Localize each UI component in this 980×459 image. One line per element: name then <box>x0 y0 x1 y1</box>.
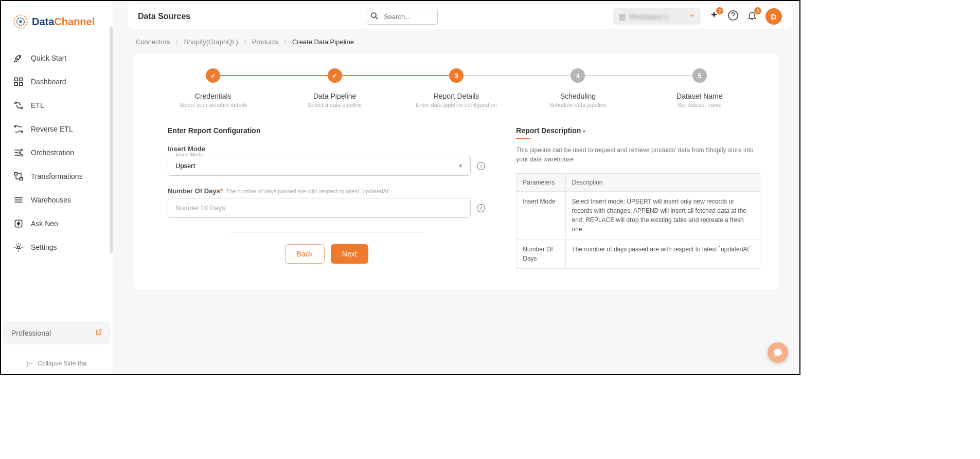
table-row: Number Of Days The number of days passed… <box>516 240 760 269</box>
help-icon <box>727 10 739 21</box>
sidebar-item-quick-start[interactable]: Quick Start <box>7 46 106 70</box>
logo[interactable]: DataChannel <box>1 1 113 42</box>
description-underline <box>516 138 530 139</box>
warehouse-icon <box>13 195 24 205</box>
chat-icon <box>773 347 783 358</box>
plan-label: Professional <box>11 329 51 337</box>
section-heading: Enter Report Configuration <box>168 126 485 135</box>
description-table: Parameters Description Insert Mode Selec… <box>516 173 760 269</box>
breadcrumb-item[interactable]: Shopify(GraphQL) <box>184 38 238 46</box>
sidebar-item-label: Ask Neo <box>31 219 58 228</box>
breadcrumb-item[interactable]: Connectors <box>136 38 170 46</box>
table-row: Insert Mode Select Insert mode: UPSERT w… <box>516 192 760 240</box>
svg-rect-16 <box>20 178 23 180</box>
reverse-etl-icon <box>13 124 24 134</box>
sidebar-item-transformations[interactable]: Transformations <box>7 164 106 188</box>
notifications-button[interactable]: 9 <box>747 10 757 23</box>
num-days-input-wrap <box>168 198 471 218</box>
step-sub: Select your account details <box>152 102 274 108</box>
logo-text-1: Data <box>32 16 54 27</box>
sidebar-item-label: Quick Start <box>31 54 66 62</box>
search-icon <box>370 11 379 23</box>
sidebar-item-etl[interactable]: ETL <box>7 94 106 117</box>
dashboard-icon <box>13 77 24 87</box>
svg-rect-5 <box>20 78 23 81</box>
sidebar-item-settings[interactable]: Settings <box>7 235 106 259</box>
breadcrumb-item[interactable]: Products <box>252 38 278 46</box>
svg-rect-4 <box>15 78 18 81</box>
step-credentials[interactable]: ✓CredentialsSelect your account details <box>152 68 274 108</box>
sidebar-item-label: Orchestration <box>31 149 74 157</box>
field-label-num-days: Number Of Days*- The number of days pass… <box>168 187 485 195</box>
orchestration-icon <box>13 148 24 158</box>
table-cell: Insert Mode <box>516 192 565 240</box>
sidebar-item-ask-neo[interactable]: Ask Neo <box>7 212 106 235</box>
table-header: Description <box>565 174 760 192</box>
svg-point-13 <box>19 152 21 153</box>
sparkle-button[interactable]: 2 <box>709 10 719 23</box>
breadcrumb-sep: / <box>176 38 178 46</box>
breadcrumb-sep: / <box>244 38 246 46</box>
chevron-down-icon <box>688 12 696 21</box>
sidebar-item-label: ETL <box>31 101 44 109</box>
svg-point-14 <box>21 154 22 156</box>
chat-fab[interactable] <box>768 342 788 363</box>
plan-badge[interactable]: Professional <box>3 321 111 344</box>
collapse-sidebar-button[interactable]: |← Collapse Side Bar <box>1 353 113 374</box>
svg-rect-7 <box>20 83 23 86</box>
svg-point-12 <box>21 149 22 151</box>
step-check-icon: ✓ <box>328 68 342 83</box>
step-dataset-name[interactable]: 5Dataset NameSet dataset name <box>639 68 760 108</box>
action-row: Back Next <box>231 232 421 264</box>
sidebar-item-warehouses[interactable]: Warehouses <box>7 188 106 212</box>
step-number: 5 <box>692 68 707 83</box>
step-title: Report Details <box>396 92 517 100</box>
dropdown-triangle-icon: ▼ <box>458 163 463 169</box>
description-text: This pipeline can be used to request and… <box>516 145 760 164</box>
svg-point-8 <box>15 102 16 103</box>
step-number: 3 <box>449 68 464 83</box>
step-title: Dataset Name <box>639 92 760 100</box>
sidebar-item-label: Settings <box>31 243 57 251</box>
ask-neo-icon <box>13 218 24 229</box>
svg-point-19 <box>371 13 376 17</box>
logo-icon <box>12 13 29 30</box>
step-number: 4 <box>571 68 585 83</box>
help-button[interactable] <box>727 10 739 23</box>
step-scheduling[interactable]: 4SchedulingSchedule data pipeline <box>517 68 638 108</box>
user-avatar[interactable]: D <box>765 8 782 25</box>
page-title: Data Sources <box>138 12 190 21</box>
step-sub: Set dataset name <box>639 102 760 108</box>
svg-rect-15 <box>15 173 17 175</box>
collapse-icon: |← <box>27 360 34 367</box>
sidebar-item-orchestration[interactable]: Orchestration <box>7 141 106 164</box>
back-button[interactable]: Back <box>285 244 325 264</box>
next-button[interactable]: Next <box>331 244 368 264</box>
sidebar-item-reverse-etl[interactable]: Reverse ETL <box>7 117 106 141</box>
breadcrumb-current: Create Data Pipeline <box>292 38 354 46</box>
bell-badge: 9 <box>754 7 761 14</box>
step-title: Data Pipeline <box>274 92 395 100</box>
svg-point-18 <box>17 246 20 249</box>
transformations-icon <box>13 171 24 181</box>
sidebar-item-label: Dashboard <box>31 78 66 86</box>
workspace-dropdown[interactable]: ▦ Workspace 1 <box>613 8 701 25</box>
insert-mode-value <box>175 162 458 170</box>
insert-mode-select[interactable]: ▼ <box>168 156 471 176</box>
sidebar: DataChannel Quick Start Dashboard ETL Re… <box>1 1 113 374</box>
step-title: Scheduling <box>517 92 638 100</box>
stepper: ✓CredentialsSelect your account details … <box>152 68 760 108</box>
num-days-input[interactable] <box>175 204 463 212</box>
step-title: Credentials <box>152 92 274 100</box>
breadcrumb-sep: / <box>284 38 287 46</box>
info-icon[interactable]: i <box>477 162 485 170</box>
scrollbar[interactable] <box>110 27 113 253</box>
search-box <box>366 9 438 25</box>
step-report-details[interactable]: 3Report DetailsEnter data pipeline confi… <box>396 68 517 108</box>
svg-rect-6 <box>15 83 18 86</box>
description-heading: Report Description - <box>516 126 760 135</box>
table-cell: Number Of Days <box>516 240 565 269</box>
step-data-pipeline[interactable]: ✓Data PipelineSelect a data pipeline <box>274 68 395 108</box>
info-icon[interactable]: i <box>477 204 485 212</box>
sidebar-item-dashboard[interactable]: Dashboard <box>7 70 106 94</box>
